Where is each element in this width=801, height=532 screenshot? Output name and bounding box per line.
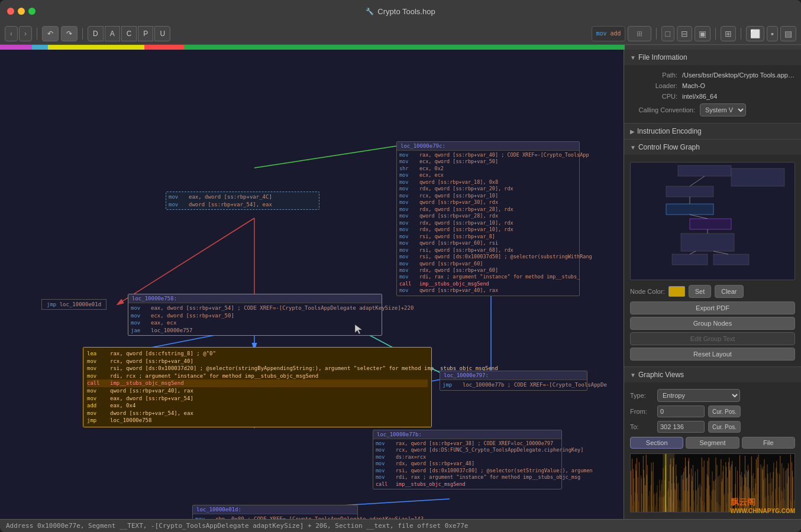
asm-node-797[interactable]: loc_10000e797: jmploc_10000e77b ; CODE X… xyxy=(440,371,587,391)
forward-button[interactable]: › xyxy=(19,26,32,41)
clear-color-button[interactable]: Clear xyxy=(715,285,743,298)
to-cur-pos-button[interactable]: Cur. Pos. xyxy=(708,421,741,433)
svg-line-0 xyxy=(118,218,254,304)
to-input[interactable] xyxy=(657,421,705,433)
export-pdf-button[interactable]: Export PDF xyxy=(630,301,795,314)
cpu-label: CPU: xyxy=(630,93,677,100)
status-bar: Address 0x10000e77e, Segment __TEXT, -[C… xyxy=(0,519,801,532)
type-select[interactable]: Entropy xyxy=(657,389,740,402)
loader-label: Loader: xyxy=(630,82,677,89)
node-color-swatch[interactable] xyxy=(668,286,685,297)
svg-line-18 xyxy=(690,176,705,186)
main-window: 🔧 Crypto Tools.hop ‹ › ↶ ↷ D A C P U mov… xyxy=(0,0,801,532)
mode-d-button[interactable]: D xyxy=(88,26,104,41)
view-split-v-button[interactable]: ▣ xyxy=(695,26,710,41)
instruction-encoding-arrow-icon: ▶ xyxy=(630,128,635,135)
view-mode-3-button[interactable]: ▤ xyxy=(780,26,796,41)
main-content: jmp loc_10000e01d moveax, dword [ss:rbp+… xyxy=(0,50,801,519)
from-label: From: xyxy=(630,408,654,415)
loader-row: Loader: Mach-O xyxy=(630,80,795,91)
view-split-h-button[interactable]: ⊟ xyxy=(677,26,692,41)
asm-preview: mov add xyxy=(592,26,625,41)
node-color-label: Node Color: xyxy=(630,288,665,295)
mode-buttons: D A C P U xyxy=(88,26,170,41)
file-info-section: ▼ File Information Path: /Users/bsr/Desk… xyxy=(624,50,801,124)
asm-node-right-large[interactable]: loc_10000e79c: movrax, qword [ss:rbp+var… xyxy=(396,141,580,296)
node-header-right-large: loc_10000e79c: xyxy=(397,142,579,151)
path-label: Path: xyxy=(630,72,677,79)
separator-4 xyxy=(715,28,716,40)
nav-buttons: ‹ › xyxy=(5,26,32,41)
file-button[interactable]: File xyxy=(742,437,795,449)
cpu-value: intel/x86_64 xyxy=(682,93,795,100)
node-header-758: loc_10000e758: xyxy=(128,294,382,303)
instruction-encoding-title: Instruction Encoding xyxy=(637,127,702,135)
to-row: To: Cur. Pos. xyxy=(630,419,795,434)
minimize-button[interactable] xyxy=(18,8,25,15)
asm-node-orange[interactable]: learax, qword [ds:cfstring_8] ; @"0" mov… xyxy=(83,347,432,427)
mode-p-button[interactable]: P xyxy=(138,26,153,41)
view-panel-button[interactable]: ⊞ xyxy=(721,26,736,41)
entropy-preview[interactable] xyxy=(630,453,795,512)
type-label: Type: xyxy=(630,392,654,399)
from-cur-pos-button[interactable]: Cur. Pos. xyxy=(708,406,741,417)
entropy-canvas xyxy=(631,454,794,512)
cpu-view-btn[interactable]: ⊞ xyxy=(628,26,651,41)
back-button[interactable]: ‹ xyxy=(5,26,18,41)
toolbar: ‹ › ↶ ↷ D A C P U mov add ⊞ □ ⊟ ▣ ⊞ xyxy=(0,22,801,45)
svg-line-23 xyxy=(713,251,728,254)
graphic-views-header[interactable]: ▼ Graphic Views xyxy=(624,367,801,382)
asm-node-77b[interactable]: loc_10000e77b: movrax, qword [ss:rbp+var… xyxy=(373,430,562,489)
svg-line-2 xyxy=(254,144,408,168)
node-header-797: loc_10000e797: xyxy=(440,371,587,380)
view-mode-1-button[interactable]: ⬜ xyxy=(746,26,764,41)
redo-button[interactable]: ↷ xyxy=(61,26,77,41)
file-info-content: Path: /Users/bsr/Desktop/Crypto Tools.ap… xyxy=(624,65,801,123)
segment-green xyxy=(184,45,625,50)
svg-line-22 xyxy=(690,251,696,254)
cfg-preview[interactable] xyxy=(630,162,795,280)
cpu-row: CPU: intel/x86_64 xyxy=(630,91,795,102)
file-info-header[interactable]: ▼ File Information xyxy=(624,50,801,65)
mode-a-button[interactable]: A xyxy=(105,26,120,41)
to-label: To: xyxy=(630,423,654,430)
undo-button[interactable]: ↶ xyxy=(42,26,59,41)
svg-rect-14 xyxy=(690,219,731,229)
set-color-button[interactable]: Set xyxy=(689,285,712,298)
view-single-button[interactable]: □ xyxy=(661,26,674,41)
path-row: Path: /Users/bsr/Desktop/Crypto Tools.ap… xyxy=(630,70,795,80)
segment-button[interactable]: Segment xyxy=(686,437,739,449)
from-input[interactable] xyxy=(657,406,705,417)
file-info-title: File Information xyxy=(638,53,687,61)
instruction-encoding-header[interactable]: ▶ Instruction Encoding xyxy=(624,124,801,139)
asm-node-center-dashed[interactable]: moveax, dword [ss:rbp+var_4C] movdword [… xyxy=(166,192,319,210)
cfg-content: Node Color: Set Clear Export PDF Group N… xyxy=(624,155,801,366)
view-mode-2-button[interactable]: ▪ xyxy=(767,26,778,41)
mode-u-button[interactable]: U xyxy=(154,26,170,41)
segment-dark xyxy=(625,45,801,50)
svg-rect-13 xyxy=(666,204,713,215)
group-nodes-button[interactable]: Group Nodes xyxy=(630,317,795,330)
separator-3 xyxy=(656,28,657,40)
asm-node-center-758[interactable]: loc_10000e758: moveax, dword [ss:rbp+var… xyxy=(128,294,382,336)
cfg-arrow-icon: ▼ xyxy=(630,144,636,151)
graph-area[interactable]: jmp loc_10000e01d moveax, dword [ss:rbp+… xyxy=(0,50,624,519)
cfg-section: ▼ Control Flow Graph xyxy=(624,140,801,367)
cfg-header[interactable]: ▼ Control Flow Graph xyxy=(624,140,801,155)
mode-c-button[interactable]: C xyxy=(121,26,137,41)
svg-line-20 xyxy=(690,215,708,219)
separator-5 xyxy=(741,28,741,40)
reset-layout-button[interactable]: Reset Layout xyxy=(630,348,795,361)
window-controls xyxy=(7,8,35,15)
graphic-views-arrow-icon: ▼ xyxy=(630,372,636,378)
calling-convention-label: Calling Convention: xyxy=(630,106,695,113)
node-header-77b: loc_10000e77b: xyxy=(373,430,561,439)
asm-node-01d[interactable]: loc_10000e01d: movrbp, 0x80 ; CODE XREF=… xyxy=(192,505,358,519)
close-button[interactable] xyxy=(7,8,14,15)
calling-convention-select[interactable]: System V xyxy=(700,103,746,116)
section-button[interactable]: Section xyxy=(630,437,683,449)
maximize-button[interactable] xyxy=(28,8,35,15)
from-row: From: Cur. Pos. xyxy=(630,404,795,419)
node-color-row: Node Color: Set Clear xyxy=(630,283,795,300)
segment-yellow xyxy=(48,45,144,50)
